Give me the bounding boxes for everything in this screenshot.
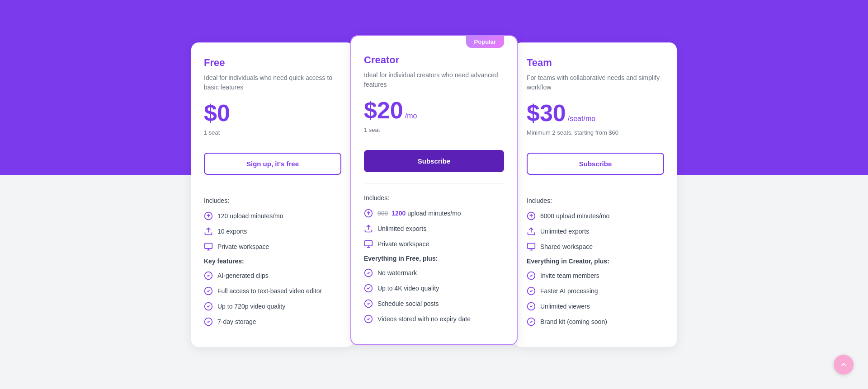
upload-icon: [204, 211, 213, 220]
team-feature-upload: 6000 upload minutes/mo: [527, 211, 664, 220]
scroll-top-button[interactable]: [834, 355, 854, 375]
creator-check-3: [364, 299, 373, 308]
free-plan-name: Free: [204, 57, 341, 69]
team-kf-3-text: Unlimited viewers: [540, 303, 590, 310]
free-key-features-label: Key features:: [204, 258, 341, 265]
free-plan-desc: Ideal for individuals who need quick acc…: [204, 73, 341, 92]
creator-kf-2-text: Up to 4K video quality: [377, 285, 439, 292]
team-upload-text: 6000 upload minutes/mo: [540, 212, 609, 220]
svg-rect-23: [528, 243, 535, 248]
team-upload-icon: [527, 211, 536, 220]
team-key-features-label: Everything in Creator, plus:: [527, 258, 664, 265]
card-free: Free Ideal for individuals who need quic…: [191, 42, 354, 347]
creator-workspace-icon: [364, 239, 373, 248]
team-kf-4-text: Brand kit (coming soon): [540, 318, 607, 325]
creator-check-1: [364, 268, 373, 277]
free-kf-2-text: Full access to text-based video editor: [217, 287, 322, 295]
creator-includes-label: Includes:: [364, 194, 504, 202]
creator-upload-icon: [364, 209, 373, 218]
card-team: Team For teams with collaborative needs …: [514, 42, 677, 347]
check-icon-1: [204, 271, 213, 280]
team-feature-export: Unlimited exports: [527, 227, 664, 236]
creator-kf-4-text: Videos stored with no expiry date: [377, 315, 471, 323]
team-check-3: [527, 302, 536, 311]
pricing-cards: Free Ideal for individuals who need quic…: [191, 24, 677, 365]
creator-kf-2: Up to 4K video quality: [364, 284, 504, 293]
popular-badge: Popular: [466, 36, 504, 48]
page-wrapper: Free Ideal for individuals who need quic…: [0, 0, 868, 389]
team-workspace-text: Shared workspace: [540, 243, 593, 250]
creator-price-amount: $20: [364, 98, 403, 122]
team-check-2: [527, 286, 536, 295]
creator-upload-text: 800 1200 upload minutes/mo: [377, 210, 461, 217]
team-plan-name: Team: [527, 57, 664, 69]
team-export-icon: [527, 227, 536, 236]
team-check-1: [527, 271, 536, 280]
team-export-text: Unlimited exports: [540, 228, 589, 235]
creator-price-row: $20 /mo: [364, 98, 504, 122]
team-check-4: [527, 317, 536, 326]
free-workspace-text: Private workspace: [217, 243, 269, 250]
team-kf-4: Brand kit (coming soon): [527, 317, 664, 326]
team-price-period: /seat/mo: [568, 115, 595, 123]
card-creator: Popular Creator Ideal for individual cre…: [350, 35, 518, 345]
check-icon-3: [204, 302, 213, 311]
free-kf-2: Full access to text-based video editor: [204, 286, 341, 295]
free-feature-upload: 120 upload minutes/mo: [204, 211, 341, 220]
creator-seats: 1 seat: [364, 127, 504, 141]
arrow-up-icon: [840, 361, 848, 369]
creator-price-period: /mo: [405, 112, 417, 120]
team-kf-3: Unlimited viewers: [527, 302, 664, 311]
creator-cta-button[interactable]: Subscribe: [364, 150, 504, 172]
team-seats: Minimum 2 seats, starting from $60: [527, 129, 664, 144]
team-price-amount: $30: [527, 101, 566, 125]
free-feature-export: 10 exports: [204, 227, 341, 236]
creator-key-features-label: Everything in Free, plus:: [364, 255, 504, 262]
team-workspace-icon: [527, 242, 536, 251]
free-kf-1: AI-generated clips: [204, 271, 341, 280]
workspace-icon: [204, 242, 213, 251]
creator-export-text: Unlimited exports: [377, 225, 426, 232]
svg-rect-3: [205, 243, 212, 248]
team-divider: [527, 186, 664, 186]
creator-kf-3: Schedule social posts: [364, 299, 504, 308]
free-includes-label: Includes:: [204, 197, 341, 204]
free-upload-text: 120 upload minutes/mo: [217, 212, 283, 220]
export-icon: [204, 227, 213, 236]
creator-divider: [364, 183, 504, 183]
team-price-row: $30 /seat/mo: [527, 101, 664, 125]
creator-export-icon: [364, 224, 373, 233]
check-icon-4: [204, 317, 213, 326]
free-kf-1-text: AI-generated clips: [217, 272, 269, 279]
creator-kf-3-text: Schedule social posts: [377, 300, 439, 307]
creator-upload-new: 1200: [392, 210, 406, 217]
free-kf-4-text: 7-day storage: [217, 318, 256, 325]
free-kf-4: 7-day storage: [204, 317, 341, 326]
svg-rect-13: [365, 240, 373, 246]
creator-plan-desc: Ideal for individual creators who need a…: [364, 70, 504, 89]
team-plan-desc: For teams with collaborative needs and s…: [527, 73, 664, 92]
team-kf-1: Invite team members: [527, 271, 664, 280]
creator-workspace-text: Private workspace: [377, 240, 429, 248]
creator-plan-name: Creator: [364, 54, 504, 66]
creator-check-2: [364, 284, 373, 293]
free-price-amount: $0: [204, 101, 230, 125]
team-cta-button[interactable]: Subscribe: [527, 153, 664, 175]
free-divider: [204, 186, 341, 186]
creator-kf-1: No watermark: [364, 268, 504, 277]
free-export-text: 10 exports: [217, 228, 247, 235]
free-kf-3: Up to 720p video quality: [204, 302, 341, 311]
free-cta-button[interactable]: Sign up, it's free: [204, 153, 341, 175]
creator-upload-old: 800: [377, 210, 388, 217]
team-includes-label: Includes:: [527, 197, 664, 204]
free-price-row: $0: [204, 101, 341, 125]
creator-kf-1-text: No watermark: [377, 269, 417, 277]
team-kf-1-text: Invite team members: [540, 272, 599, 279]
creator-feature-upload: 800 1200 upload minutes/mo: [364, 209, 504, 218]
free-feature-workspace: Private workspace: [204, 242, 341, 251]
creator-kf-4: Videos stored with no expiry date: [364, 314, 504, 323]
team-feature-workspace: Shared workspace: [527, 242, 664, 251]
free-kf-3-text: Up to 720p video quality: [217, 303, 285, 310]
creator-feature-workspace: Private workspace: [364, 239, 504, 248]
free-seats: 1 seat: [204, 129, 341, 144]
